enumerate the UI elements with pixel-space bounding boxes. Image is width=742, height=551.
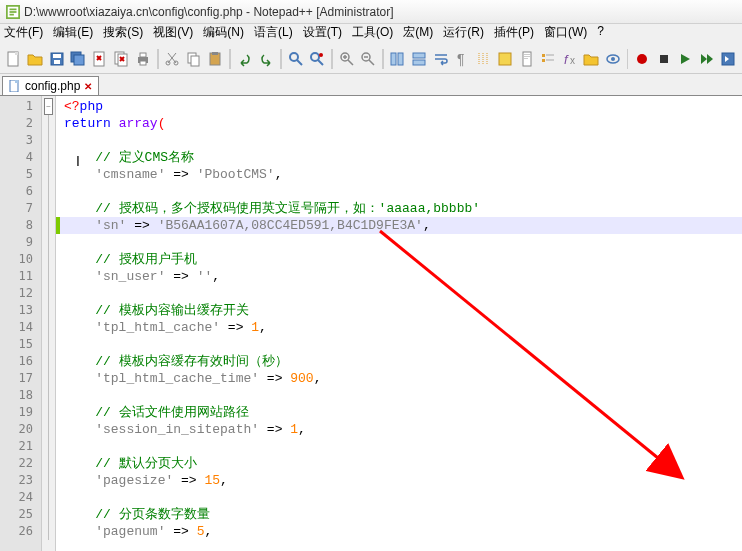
menu-language[interactable]: 语言(L) bbox=[254, 24, 293, 44]
code-line[interactable]: 'pagesize' => 15, bbox=[60, 472, 742, 489]
code-line[interactable]: // 会话文件使用网站路径 bbox=[60, 404, 742, 421]
tab-config-php[interactable]: config.php ✕ bbox=[2, 76, 99, 95]
svg-rect-41 bbox=[542, 59, 545, 62]
code-line[interactable]: // 定义CMS名称 bbox=[60, 149, 742, 166]
svg-rect-21 bbox=[191, 56, 199, 66]
close-file-icon[interactable] bbox=[90, 48, 110, 70]
wrap-icon[interactable] bbox=[431, 48, 451, 70]
menu-settings[interactable]: 设置(T) bbox=[303, 24, 342, 44]
menu-search[interactable]: 搜索(S) bbox=[103, 24, 143, 44]
code-line[interactable]: 'pagenum' => 5, bbox=[60, 523, 742, 540]
code-line[interactable]: 'tpl_html_cache_time' => 900, bbox=[60, 370, 742, 387]
code-line[interactable]: // 授权用户手机 bbox=[60, 251, 742, 268]
code-line[interactable]: // 模板内容缓存有效时间（秒） bbox=[60, 353, 742, 370]
menu-window[interactable]: 窗口(W) bbox=[544, 24, 587, 44]
menu-macro[interactable]: 宏(M) bbox=[403, 24, 433, 44]
code-line[interactable] bbox=[60, 336, 742, 353]
svg-rect-32 bbox=[413, 60, 425, 65]
menu-help[interactable]: ? bbox=[597, 24, 604, 44]
menu-edit[interactable]: 编辑(E) bbox=[53, 24, 93, 44]
svg-rect-39 bbox=[542, 54, 545, 57]
menu-plugins[interactable]: 插件(P) bbox=[494, 24, 534, 44]
menu-bar: 文件(F) 编辑(E) 搜索(S) 视图(V) 编码(N) 语言(L) 设置(T… bbox=[0, 24, 742, 44]
svg-rect-8 bbox=[53, 54, 61, 58]
code-line[interactable]: // 分页条数字数量 bbox=[60, 506, 742, 523]
svg-rect-40 bbox=[546, 54, 554, 56]
replace-icon[interactable] bbox=[307, 48, 327, 70]
toolbar: ¶ fx bbox=[0, 44, 742, 74]
svg-rect-23 bbox=[212, 52, 218, 55]
play-multi-icon[interactable] bbox=[697, 48, 717, 70]
svg-rect-16 bbox=[140, 53, 146, 57]
menu-view[interactable]: 视图(V) bbox=[153, 24, 193, 44]
window-title: D:\wwwroot\xiazaiya.cn\config\config.php… bbox=[24, 5, 394, 19]
menu-encoding[interactable]: 编码(N) bbox=[203, 24, 244, 44]
code-line[interactable]: 'session_in_sitepath' => 1, bbox=[60, 421, 742, 438]
code-line[interactable]: // 模板内容输出缓存开关 bbox=[60, 302, 742, 319]
menu-tools[interactable]: 工具(O) bbox=[352, 24, 393, 44]
code-area[interactable]: <?phpreturn array( // 定义CMS名称 'cmsname' … bbox=[60, 96, 742, 551]
tab-label: config.php bbox=[25, 79, 80, 93]
code-line[interactable]: <?php bbox=[60, 98, 742, 115]
close-all-icon[interactable] bbox=[112, 48, 132, 70]
editor[interactable]: 1234567891011121314151617181920212223242… bbox=[0, 96, 742, 551]
svg-text:¶: ¶ bbox=[457, 51, 465, 67]
stop-macro-icon[interactable] bbox=[654, 48, 674, 70]
record-macro-icon[interactable] bbox=[632, 48, 652, 70]
redo-icon[interactable] bbox=[257, 48, 277, 70]
doc-list-icon[interactable] bbox=[538, 48, 558, 70]
svg-point-24 bbox=[290, 53, 298, 61]
play-macro-icon[interactable] bbox=[676, 48, 696, 70]
code-line[interactable] bbox=[60, 438, 742, 455]
sync-v-icon[interactable] bbox=[388, 48, 408, 70]
find-icon[interactable] bbox=[286, 48, 306, 70]
save-icon[interactable] bbox=[47, 48, 67, 70]
undo-icon[interactable] bbox=[235, 48, 255, 70]
title-bar: D:\wwwroot\xiazaiya.cn\config\config.php… bbox=[0, 0, 742, 24]
print-icon[interactable] bbox=[133, 48, 153, 70]
copy-icon[interactable] bbox=[184, 48, 204, 70]
folder-workspace-icon[interactable] bbox=[582, 48, 602, 70]
svg-point-25 bbox=[311, 53, 319, 61]
menu-run[interactable]: 运行(R) bbox=[443, 24, 484, 44]
svg-rect-3 bbox=[10, 11, 17, 13]
code-line[interactable] bbox=[60, 234, 742, 251]
svg-rect-4 bbox=[10, 13, 14, 15]
code-line[interactable] bbox=[60, 489, 742, 506]
paste-icon[interactable] bbox=[206, 48, 226, 70]
monitor-icon[interactable] bbox=[603, 48, 623, 70]
code-line[interactable] bbox=[60, 132, 742, 149]
code-line[interactable]: return array( bbox=[60, 115, 742, 132]
zoom-in-icon[interactable] bbox=[337, 48, 357, 70]
code-line[interactable]: // 授权码，多个授权码使用英文逗号隔开，如：'aaaaa,bbbbb' bbox=[60, 200, 742, 217]
menu-file[interactable]: 文件(F) bbox=[4, 24, 43, 44]
save-all-icon[interactable] bbox=[69, 48, 89, 70]
user-lang-icon[interactable] bbox=[495, 48, 515, 70]
indent-guide-icon[interactable] bbox=[474, 48, 494, 70]
svg-text:x: x bbox=[570, 55, 575, 66]
svg-rect-17 bbox=[140, 61, 146, 65]
save-macro-icon[interactable] bbox=[719, 48, 739, 70]
code-line[interactable] bbox=[60, 387, 742, 404]
code-line[interactable]: // 默认分页大小 bbox=[60, 455, 742, 472]
text-cursor-icon: I bbox=[76, 153, 80, 169]
zoom-out-icon[interactable] bbox=[358, 48, 378, 70]
svg-rect-48 bbox=[660, 55, 668, 63]
code-line[interactable]: 'cmsname' => 'PbootCMS', bbox=[60, 166, 742, 183]
tab-close-icon[interactable]: ✕ bbox=[84, 81, 92, 92]
line-gutter: 1234567891011121314151617181920212223242… bbox=[0, 96, 42, 551]
show-all-chars-icon[interactable]: ¶ bbox=[452, 48, 472, 70]
doc-map-icon[interactable] bbox=[517, 48, 537, 70]
code-line[interactable]: 'sn' => 'B56AA1607A,08CC4ED591,B4C1D9FE3… bbox=[60, 217, 742, 234]
svg-rect-9 bbox=[54, 60, 60, 64]
code-line[interactable] bbox=[60, 285, 742, 302]
tab-bar: config.php ✕ bbox=[0, 74, 742, 96]
func-list-icon[interactable]: fx bbox=[560, 48, 580, 70]
code-line[interactable]: 'sn_user' => '', bbox=[60, 268, 742, 285]
code-line[interactable]: 'tpl_html_cache' => 1, bbox=[60, 319, 742, 336]
open-file-icon[interactable] bbox=[26, 48, 46, 70]
code-line[interactable] bbox=[60, 183, 742, 200]
sync-h-icon[interactable] bbox=[409, 48, 429, 70]
cut-icon[interactable] bbox=[163, 48, 183, 70]
new-file-icon[interactable] bbox=[4, 48, 24, 70]
